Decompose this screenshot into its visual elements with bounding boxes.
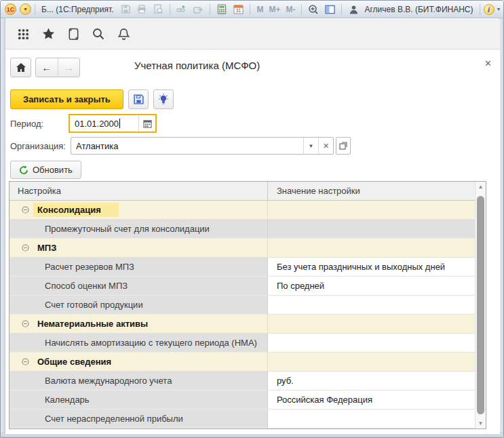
search-icon[interactable]	[91, 26, 106, 41]
memory-m-plus-button[interactable]: M+	[269, 5, 280, 14]
setting-cell[interactable]: Общие сведения	[9, 353, 268, 372]
table-row[interactable]: Расчет резервов МПЗ Без учета праздничны…	[9, 258, 486, 277]
value-cell[interactable]	[268, 353, 475, 372]
setting-cell[interactable]: МПЗ	[9, 239, 268, 258]
value-cell[interactable]	[268, 201, 475, 220]
info-icon[interactable]: i	[484, 4, 495, 15]
setting-cell[interactable]: Календарь	[9, 391, 268, 410]
table-row[interactable]: Счет нераспределенной прибыли	[9, 410, 486, 429]
table-row[interactable]: Валюта международного учета руб.	[9, 372, 486, 391]
collapse-icon[interactable]	[22, 244, 29, 252]
split-view-icon[interactable]	[323, 3, 336, 16]
menu-grid-icon[interactable]	[16, 26, 31, 41]
home-button[interactable]	[10, 58, 31, 77]
table-row[interactable]: Способ оценки МПЗ По средней	[9, 277, 486, 296]
organization-open-button[interactable]	[336, 137, 351, 155]
organization-label: Организация:	[10, 141, 66, 151]
table-row[interactable]: МПЗ	[9, 239, 486, 258]
refresh-button[interactable]: Обновить	[10, 161, 81, 179]
divider	[35, 4, 35, 15]
save-icon[interactable]	[119, 3, 132, 16]
setting-cell[interactable]: Промежуточный счет для консолидации	[9, 220, 268, 239]
hint-button[interactable]	[153, 89, 174, 109]
divider	[250, 4, 250, 15]
current-user-label[interactable]: Агличев В.В. (БИТ.ФИНАНС)	[364, 5, 473, 14]
setting-name: Нематериальные активы	[33, 317, 152, 331]
setting-name: Расчет резервов МПЗ	[45, 262, 134, 272]
memory-m-minus-button[interactable]: M-	[286, 5, 295, 14]
app-toolbar	[5, 19, 500, 49]
table-row[interactable]: Нематериальные активы	[9, 315, 486, 334]
setting-cell[interactable]: Валюта международного учета	[9, 372, 268, 391]
setting-cell[interactable]: Начислять амортизацию с текущего периода…	[9, 334, 268, 353]
value-cell[interactable]	[268, 220, 475, 239]
setting-cell[interactable]: Расчет резервов МПЗ	[9, 258, 268, 277]
scroll-down-icon[interactable]: ▼	[476, 420, 486, 426]
back-button[interactable]: ←	[36, 58, 58, 77]
setting-name: МПЗ	[33, 241, 60, 255]
notifications-bell-icon[interactable]	[116, 26, 131, 41]
value-cell[interactable]: По средней	[268, 277, 475, 296]
get-link-icon[interactable]	[175, 3, 189, 16]
settings-table: Настройка Значение настройки Консолидаци…	[9, 181, 486, 429]
memory-m-button[interactable]: M	[256, 5, 263, 14]
table-row[interactable]: Общие сведения	[9, 353, 486, 372]
setting-name: Счет нераспределенной прибыли	[45, 414, 183, 424]
scrollbar-thumb[interactable]	[477, 196, 484, 414]
save-and-close-button[interactable]: Записать и закрыть	[10, 89, 123, 109]
calendar-icon[interactable]: 31	[231, 3, 245, 16]
column-header-value[interactable]: Значение настройки	[268, 182, 475, 200]
value-cell[interactable]: Российская Федерация	[268, 391, 475, 410]
setting-name: Календарь	[45, 395, 90, 405]
collapse-icon[interactable]	[22, 320, 29, 327]
value-cell[interactable]	[268, 239, 475, 258]
period-label: Период:	[10, 119, 43, 129]
table-row[interactable]: Календарь Российская Федерация	[9, 391, 486, 410]
table-row[interactable]: Промежуточный счет для консолидации	[9, 220, 486, 239]
organization-dropdown-icon[interactable]: ▼	[303, 138, 318, 154]
favorites-star-icon[interactable]	[41, 26, 56, 41]
collapse-icon[interactable]	[22, 206, 29, 214]
setting-name: Счет готовой продукции	[45, 300, 143, 310]
setting-cell[interactable]: Счет нераспределенной прибыли	[9, 410, 268, 429]
table-row[interactable]: Консолидация	[9, 201, 486, 220]
scroll-up-icon[interactable]: ▲	[476, 184, 486, 190]
setting-cell[interactable]: Способ оценки МПЗ	[9, 277, 268, 296]
forward-button[interactable]: →	[58, 58, 80, 77]
value-cell[interactable]: Без учета праздничных и выходных дней	[268, 258, 475, 277]
calculator-icon[interactable]	[215, 3, 229, 16]
column-header-setting[interactable]: Настройка	[9, 182, 268, 200]
period-value: 01.01.2000	[70, 115, 139, 132]
period-input[interactable]: 01.01.2000	[69, 114, 157, 133]
organization-value: Атлантика	[71, 138, 303, 154]
1c-logo-icon: 1С	[5, 3, 16, 15]
setting-name: Способ оценки МПЗ	[45, 281, 128, 291]
user-icon	[347, 3, 360, 16]
print-icon[interactable]	[135, 3, 149, 16]
setting-value: По средней	[277, 281, 324, 291]
open-icon	[339, 142, 347, 150]
close-form-button[interactable]: ✕	[484, 58, 492, 68]
calendar-picker-icon[interactable]	[139, 119, 155, 128]
table-row[interactable]: Начислять амортизацию с текущего периода…	[9, 334, 486, 353]
save-button[interactable]	[128, 89, 149, 109]
value-cell[interactable]	[268, 296, 475, 315]
go-link-icon[interactable]	[191, 3, 205, 16]
value-cell[interactable]	[268, 315, 475, 334]
print-preview-icon[interactable]	[151, 3, 165, 16]
main-menu-button[interactable]: ▼	[20, 3, 31, 15]
history-icon[interactable]	[66, 26, 81, 41]
zoom-icon[interactable]	[307, 3, 320, 16]
value-cell[interactable]: руб.	[268, 372, 475, 391]
organization-input[interactable]: Атлантика ▼ ✕	[71, 137, 334, 155]
table-row[interactable]: Счет готовой продукции	[9, 296, 486, 315]
collapse-icon[interactable]	[22, 358, 29, 365]
organization-clear-icon[interactable]: ✕	[318, 138, 333, 154]
setting-cell[interactable]: Счет готовой продукции	[9, 296, 268, 315]
info-dropdown-icon[interactable]: ▼	[497, 7, 501, 12]
setting-cell[interactable]: Нематериальные активы	[9, 315, 268, 334]
value-cell[interactable]	[268, 334, 475, 353]
vertical-scrollbar[interactable]: ▲ ▼	[475, 182, 486, 429]
value-cell[interactable]	[268, 410, 475, 429]
setting-cell[interactable]: Консолидация	[9, 201, 268, 220]
